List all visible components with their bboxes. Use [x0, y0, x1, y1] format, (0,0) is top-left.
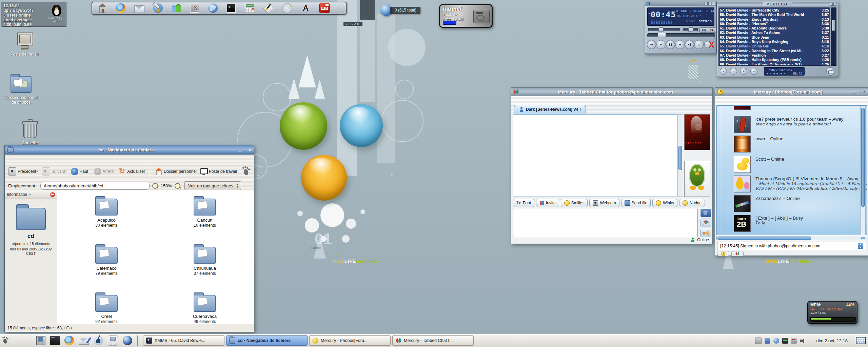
volume-icon[interactable]	[800, 338, 806, 344]
audio-cd-icon[interactable]	[282, 3, 292, 13]
add-track-button[interactable]: +	[720, 68, 727, 75]
desktop-icon-home-folder[interactable]: Dossier personnel de phobos	[1, 76, 41, 105]
chat-titlebar[interactable]: Mercury - Tabbed Chat for phobos@pc-dime…	[511, 88, 712, 96]
contact-row-ice7[interactable]: ice7 prete serveur cs 1.6 pour team – Aw…	[734, 116, 843, 133]
contact-row-zzzcrashzzz[interactable]: ZzzcrashzzZ – Online	[734, 195, 800, 212]
ink-launcher-icon[interactable]	[94, 336, 103, 345]
mini-transport-icons[interactable]: ◂ ▸ ▮▮ ■ ▸▮ ▴	[767, 72, 785, 75]
contacts-titlebar[interactable]: Mercury - Phobos[ForumFr.com] _ □ ×	[715, 88, 868, 96]
print-log-button[interactable]	[701, 209, 711, 217]
webcam-button[interactable]: Webcam	[589, 199, 619, 207]
font-tool-icon[interactable]	[301, 3, 311, 13]
folder-chiluhuaua[interactable]: Chiluhuaua 37 éléments	[156, 247, 254, 292]
stop-button[interactable]: ■	[675, 40, 685, 49]
contact-row-mwa[interactable]: mwa – Online	[734, 136, 784, 152]
clock[interactable]: dim 2 oct, 12:18	[816, 338, 848, 343]
playlist-track[interactable]: 64. David Bowie - Boys Keep Swinging 3:1…	[720, 40, 829, 44]
equalizer-button[interactable]: EQ	[699, 27, 708, 33]
playlist-track[interactable]: 63. David Bowie - Blue Jean 3:11	[720, 35, 829, 40]
xmms-close-icon[interactable]: X	[709, 41, 714, 49]
tray-icon-3[interactable]	[773, 338, 779, 344]
previous-button[interactable]: ◂◂	[647, 40, 656, 49]
selection-button[interactable]: ≡	[740, 68, 747, 75]
xmms-window-buttons[interactable]	[705, 2, 715, 5]
mail-compose-launcher-icon[interactable]	[79, 338, 89, 345]
forward-button[interactable]: Suivant ▼	[42, 167, 67, 176]
calculator-icon[interactable]	[245, 3, 255, 13]
send-file-button[interactable]: Send file	[621, 199, 651, 207]
file-manager-titlebar[interactable]: cd - Navigateur de fichiers _ □ ×	[5, 145, 254, 155]
close-button[interactable]: ×	[863, 89, 866, 94]
taskbar-window-filemanager[interactable]: cd - Navigateur de fichiers	[226, 335, 308, 346]
remove-track-button[interactable]: −	[730, 68, 737, 75]
folder-cancun[interactable]: Cancun 10 éléments	[156, 199, 254, 244]
folder-catemaco[interactable]: Catemaco 79 éléments	[57, 247, 156, 292]
playlist-track[interactable]: 61. David Bowie - Absolute Beginners 5:3…	[720, 26, 829, 30]
gnome-menu-icon[interactable]	[2, 336, 9, 345]
stop-button[interactable]: Arrêter	[94, 168, 115, 175]
drawing-app-icon[interactable]	[264, 3, 273, 13]
handwriting-button[interactable]	[701, 219, 711, 227]
dropdown-arrow-icon[interactable]: ▼	[64, 170, 67, 173]
scroll-arrows-icon[interactable]: ◄►	[860, 236, 866, 240]
location-input[interactable]	[40, 182, 150, 190]
screen-launcher-icon[interactable]	[36, 336, 45, 345]
desktop-icon-trash[interactable]: Corbeille	[9, 123, 50, 145]
minimize-button[interactable]: _	[853, 89, 855, 94]
taskbar-window-mercury-contacts[interactable]: Mercury - Phobos[Foru...	[309, 335, 391, 346]
messenger-buddies-icon[interactable]	[172, 3, 181, 13]
font-button[interactable]: Font	[513, 199, 534, 207]
contacts-scrollbar[interactable]	[860, 106, 866, 235]
play-button[interactable]: ▸	[656, 40, 666, 49]
terminal-icon[interactable]	[226, 3, 236, 13]
sound-clip-button[interactable]	[701, 229, 711, 237]
zoom-out-icon[interactable]	[152, 183, 158, 189]
xmms-titlebar[interactable]	[645, 1, 716, 6]
playlist-track[interactable]: 67. David Bowie - Fashion 3:27	[720, 53, 829, 58]
web-editor-icon[interactable]	[153, 3, 163, 13]
maximize-button[interactable]: □	[244, 147, 246, 152]
desktop-icon-computer[interactable]: Poste de travail	[4, 33, 45, 57]
pause-button[interactable]: ▮▮	[666, 40, 675, 49]
tray-icon-5[interactable]	[791, 338, 797, 344]
home-folder-button[interactable]: Dossier personnel	[155, 168, 197, 175]
smilies-button[interactable]: Smilies	[561, 199, 588, 207]
playlist-track[interactable]: 62. David Bowie - Ashes To Ashes 3:37	[720, 30, 829, 35]
contact-row-exta[interactable]: [ Exta ] – [ Abù ] – Busy Po la	[734, 215, 803, 232]
nudge-button[interactable]: Nudge	[679, 199, 705, 207]
tray-icon-4[interactable]	[782, 338, 788, 344]
eject-button[interactable]: ▴	[694, 40, 704, 49]
ipod-launcher-icon[interactable]	[108, 335, 118, 346]
up-button[interactable]: Haut	[71, 168, 91, 175]
computer-button[interactable]: Poste de travail	[200, 168, 237, 175]
terminal-launcher-icon[interactable]	[50, 336, 60, 345]
contact-row-thomas[interactable]: Thomas (ScorpiO-) !!! Vivement le Maroc …	[734, 176, 867, 192]
keyboard-indicator-icon[interactable]	[856, 337, 866, 344]
globe-launcher-icon[interactable]	[123, 336, 132, 345]
firefox-launcher-icon[interactable]	[64, 336, 74, 345]
chat-log-scrollbar[interactable]	[677, 114, 683, 197]
playlist-track[interactable]: 58. David Bowie - The Man Who Sold The W…	[720, 13, 829, 17]
sidebar-close-icon[interactable]	[50, 192, 55, 197]
view-mode-select[interactable]: Voir en tant que Icônes ▲▼	[184, 181, 241, 190]
minimize-button[interactable]: _	[239, 147, 241, 152]
red-app-icon[interactable]	[319, 3, 330, 13]
chat-tab[interactable]: Dark [Series-News.coM] V4 !	[514, 105, 586, 114]
playlist-tracks[interactable]: 57. David Bowie - Suffragette City 3:25 …	[718, 7, 830, 66]
winks-button[interactable]: Winks	[652, 199, 677, 207]
dropdown-arrow-icon[interactable]: ▼	[36, 170, 39, 173]
playlist-track[interactable]: 68. David Bowie - Hallo Spaceboy (PSB re…	[720, 58, 829, 62]
playlist-window-buttons[interactable]	[830, 3, 836, 6]
playlist-track[interactable]: 66. David Bowie - Dancing In The Street …	[720, 49, 829, 53]
refresh-button[interactable]: Actualiser	[118, 168, 145, 175]
contact-row-partial[interactable]	[734, 105, 755, 110]
folder-acapulco[interactable]: Acapulco 30 éléments	[57, 199, 156, 244]
maximize-button[interactable]: □	[858, 89, 861, 94]
back-button[interactable]: Précédent ▼	[8, 167, 39, 176]
volume-slider[interactable]	[648, 28, 680, 31]
contacts-hscrollbar[interactable]: ◄►	[716, 236, 867, 240]
mercury-butterfly-button[interactable]	[731, 251, 744, 256]
playlist-toggle-button[interactable]: PL	[708, 27, 716, 33]
seek-slider[interactable]	[647, 33, 715, 37]
taskbar-window-xmms[interactable]: XMMS - 65. David Bowie...	[143, 335, 224, 346]
